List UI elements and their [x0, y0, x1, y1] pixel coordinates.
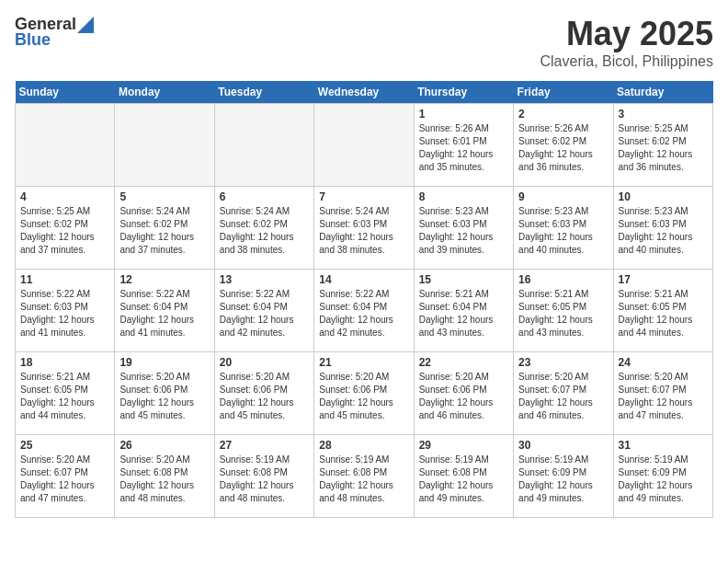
week-row-2: 11Sunrise: 5:22 AMSunset: 6:03 PMDayligh… [16, 270, 713, 352]
week-row-4: 25Sunrise: 5:20 AMSunset: 6:07 PMDayligh… [16, 435, 713, 518]
day-number: 5 [119, 190, 209, 203]
cell-info: Sunrise: 5:23 AMSunset: 6:03 PMDaylight:… [419, 205, 508, 257]
cell-info: Sunrise: 5:22 AMSunset: 6:04 PMDaylight:… [220, 288, 309, 339]
cell-info: Sunrise: 5:21 AMSunset: 6:05 PMDaylight:… [619, 288, 708, 339]
week-row-0: 1Sunrise: 5:26 AMSunset: 6:01 PMDaylight… [16, 104, 713, 187]
day-header-tuesday: Tuesday [214, 81, 313, 104]
calendar-cell: 24Sunrise: 5:20 AMSunset: 6:07 PMDayligh… [613, 352, 712, 435]
calendar-cell: 16Sunrise: 5:21 AMSunset: 6:05 PMDayligh… [514, 270, 613, 352]
cell-info: Sunrise: 5:20 AMSunset: 6:06 PMDaylight:… [119, 371, 209, 422]
calendar-cell: 3Sunrise: 5:25 AMSunset: 6:02 PMDaylight… [613, 104, 712, 187]
cell-info: Sunrise: 5:19 AMSunset: 6:09 PMDaylight:… [619, 454, 708, 505]
cell-info: Sunrise: 5:20 AMSunset: 6:07 PMDaylight:… [518, 371, 608, 422]
calendar-cell: 17Sunrise: 5:21 AMSunset: 6:05 PMDayligh… [613, 270, 712, 352]
calendar-cell: 23Sunrise: 5:20 AMSunset: 6:07 PMDayligh… [514, 352, 613, 435]
cell-info: Sunrise: 5:24 AMSunset: 6:02 PMDaylight:… [220, 205, 309, 257]
calendar-cell: 7Sunrise: 5:24 AMSunset: 6:03 PMDaylight… [314, 187, 414, 270]
cell-info: Sunrise: 5:20 AMSunset: 6:06 PMDaylight:… [419, 371, 508, 422]
day-number: 17 [619, 273, 708, 286]
week-row-3: 18Sunrise: 5:21 AMSunset: 6:05 PMDayligh… [16, 352, 713, 435]
logo: General Blue [15, 15, 95, 50]
day-header-wednesday: Wednesday [314, 81, 414, 104]
calendar-cell: 31Sunrise: 5:19 AMSunset: 6:09 PMDayligh… [613, 435, 712, 518]
calendar-table: SundayMondayTuesdayWednesdayThursdayFrid… [15, 81, 713, 518]
cell-info: Sunrise: 5:22 AMSunset: 6:04 PMDaylight:… [319, 288, 408, 339]
cell-info: Sunrise: 5:25 AMSunset: 6:02 PMDaylight:… [20, 205, 109, 257]
calendar-cell: 22Sunrise: 5:20 AMSunset: 6:06 PMDayligh… [414, 352, 513, 435]
cell-info: Sunrise: 5:19 AMSunset: 6:08 PMDaylight:… [220, 454, 309, 505]
cell-info: Sunrise: 5:20 AMSunset: 6:07 PMDaylight:… [619, 371, 708, 422]
cell-info: Sunrise: 5:25 AMSunset: 6:02 PMDaylight:… [619, 122, 708, 174]
cell-info: Sunrise: 5:26 AMSunset: 6:02 PMDaylight:… [518, 122, 608, 174]
cell-info: Sunrise: 5:22 AMSunset: 6:03 PMDaylight:… [20, 288, 109, 339]
cell-info: Sunrise: 5:20 AMSunset: 6:08 PMDaylight:… [119, 454, 209, 505]
cell-info: Sunrise: 5:20 AMSunset: 6:06 PMDaylight:… [319, 371, 408, 422]
day-number: 12 [119, 273, 209, 286]
page-header: General Blue May 2025 Claveria, Bicol, P… [15, 15, 713, 70]
day-number: 29 [419, 439, 508, 452]
day-number: 6 [220, 190, 309, 203]
calendar-cell: 30Sunrise: 5:19 AMSunset: 6:09 PMDayligh… [514, 435, 613, 518]
calendar-cell: 8Sunrise: 5:23 AMSunset: 6:03 PMDaylight… [414, 187, 513, 270]
week-row-1: 4Sunrise: 5:25 AMSunset: 6:02 PMDaylight… [16, 187, 713, 270]
cell-info: Sunrise: 5:19 AMSunset: 6:09 PMDaylight:… [518, 454, 608, 505]
cell-info: Sunrise: 5:21 AMSunset: 6:05 PMDaylight:… [20, 371, 109, 422]
calendar-cell [314, 104, 414, 187]
calendar-cell: 25Sunrise: 5:20 AMSunset: 6:07 PMDayligh… [16, 435, 115, 518]
header-row: SundayMondayTuesdayWednesdayThursdayFrid… [16, 81, 713, 104]
cell-info: Sunrise: 5:19 AMSunset: 6:08 PMDaylight:… [319, 454, 408, 505]
day-number: 22 [419, 356, 508, 369]
day-number: 20 [220, 356, 309, 369]
calendar-cell: 10Sunrise: 5:23 AMSunset: 6:03 PMDayligh… [613, 187, 712, 270]
day-number: 30 [518, 439, 608, 452]
cell-info: Sunrise: 5:24 AMSunset: 6:03 PMDaylight:… [319, 205, 408, 257]
cell-info: Sunrise: 5:21 AMSunset: 6:05 PMDaylight:… [518, 288, 608, 339]
calendar-cell: 12Sunrise: 5:22 AMSunset: 6:04 PMDayligh… [115, 270, 214, 352]
day-number: 11 [20, 273, 109, 286]
calendar-cell: 13Sunrise: 5:22 AMSunset: 6:04 PMDayligh… [214, 270, 313, 352]
calendar-cell [16, 104, 115, 187]
logo-block: General Blue [15, 15, 95, 50]
calendar-cell: 14Sunrise: 5:22 AMSunset: 6:04 PMDayligh… [314, 270, 414, 352]
calendar-cell: 20Sunrise: 5:20 AMSunset: 6:06 PMDayligh… [214, 352, 313, 435]
calendar-cell: 5Sunrise: 5:24 AMSunset: 6:02 PMDaylight… [115, 187, 214, 270]
cell-info: Sunrise: 5:20 AMSunset: 6:07 PMDaylight:… [20, 454, 109, 505]
day-header-thursday: Thursday [414, 81, 513, 104]
logo-triangle-icon [77, 17, 94, 33]
day-number: 7 [319, 190, 408, 203]
day-header-friday: Friday [514, 81, 613, 104]
day-number: 31 [619, 439, 708, 452]
day-header-saturday: Saturday [613, 81, 712, 104]
day-number: 16 [518, 273, 608, 286]
cell-info: Sunrise: 5:19 AMSunset: 6:08 PMDaylight:… [419, 454, 508, 505]
calendar-cell: 26Sunrise: 5:20 AMSunset: 6:08 PMDayligh… [115, 435, 214, 518]
day-number: 1 [419, 108, 508, 121]
day-number: 27 [220, 439, 309, 452]
svg-marker-0 [77, 17, 94, 33]
day-number: 10 [619, 190, 708, 203]
calendar-cell: 2Sunrise: 5:26 AMSunset: 6:02 PMDaylight… [514, 104, 613, 187]
location-subtitle: Claveria, Bicol, Philippines [540, 53, 713, 70]
calendar-cell: 9Sunrise: 5:23 AMSunset: 6:03 PMDaylight… [514, 187, 613, 270]
day-number: 15 [419, 273, 508, 286]
day-number: 14 [319, 273, 408, 286]
day-header-sunday: Sunday [16, 81, 115, 104]
day-number: 3 [619, 108, 708, 121]
calendar-cell: 21Sunrise: 5:20 AMSunset: 6:06 PMDayligh… [314, 352, 414, 435]
day-number: 4 [20, 190, 109, 203]
cell-info: Sunrise: 5:24 AMSunset: 6:02 PMDaylight:… [119, 205, 209, 257]
calendar-cell: 27Sunrise: 5:19 AMSunset: 6:08 PMDayligh… [214, 435, 313, 518]
cell-info: Sunrise: 5:26 AMSunset: 6:01 PMDaylight:… [419, 122, 508, 174]
cell-info: Sunrise: 5:23 AMSunset: 6:03 PMDaylight:… [518, 205, 608, 257]
calendar-cell: 15Sunrise: 5:21 AMSunset: 6:04 PMDayligh… [414, 270, 513, 352]
title-block: May 2025 Claveria, Bicol, Philippines [540, 15, 713, 70]
cell-info: Sunrise: 5:23 AMSunset: 6:03 PMDaylight:… [619, 205, 708, 257]
calendar-cell [115, 104, 214, 187]
calendar-cell: 6Sunrise: 5:24 AMSunset: 6:02 PMDaylight… [214, 187, 313, 270]
calendar-cell [214, 104, 313, 187]
day-number: 19 [119, 356, 209, 369]
calendar-cell: 11Sunrise: 5:22 AMSunset: 6:03 PMDayligh… [16, 270, 115, 352]
calendar-cell: 29Sunrise: 5:19 AMSunset: 6:08 PMDayligh… [414, 435, 513, 518]
day-number: 18 [20, 356, 109, 369]
calendar-cell: 19Sunrise: 5:20 AMSunset: 6:06 PMDayligh… [115, 352, 214, 435]
